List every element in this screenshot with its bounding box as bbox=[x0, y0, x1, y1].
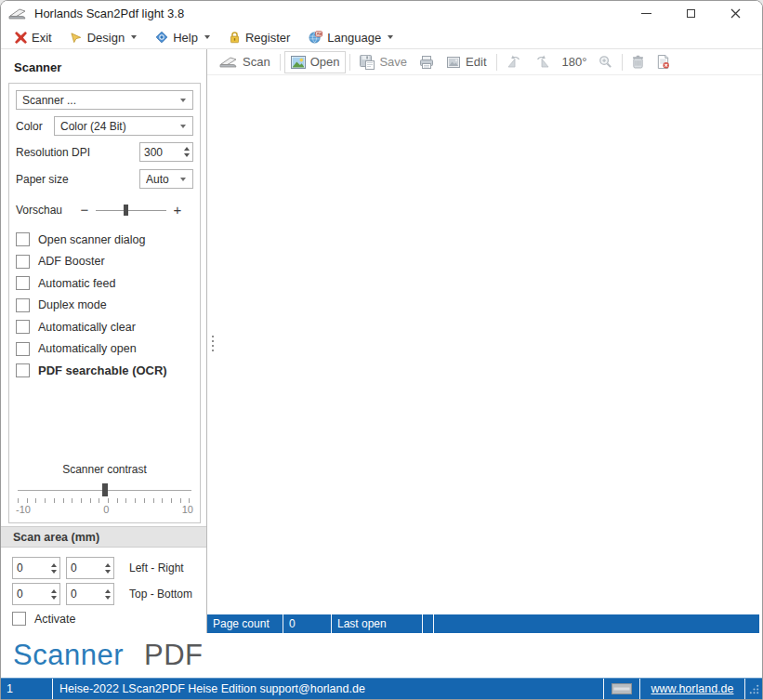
spin-down-icon[interactable] bbox=[51, 570, 57, 574]
right-input[interactable] bbox=[67, 558, 101, 578]
title-bar: Horlands Scan2Pdf light 3.8 bbox=[1, 1, 762, 26]
spin-up-icon[interactable] bbox=[184, 147, 190, 151]
options-checkbox-list: Open scanner dialog ADF Booster Automati… bbox=[16, 232, 193, 377]
menu-exit[interactable]: Exit bbox=[8, 29, 59, 46]
resize-grip[interactable] bbox=[744, 679, 762, 699]
preview-minus-button[interactable]: − bbox=[77, 204, 92, 217]
chevron-down-icon bbox=[180, 99, 186, 102]
rotate-180-button[interactable]: 180° bbox=[557, 52, 593, 72]
link-label[interactable]: www.horland.de bbox=[651, 682, 734, 695]
save-button-label: Save bbox=[379, 55, 407, 69]
preview-row: Vorschau − + bbox=[16, 204, 193, 217]
scan-button[interactable]: Scan bbox=[214, 52, 276, 72]
menu-design[interactable]: Design bbox=[64, 29, 143, 46]
paper-size-select[interactable]: Auto bbox=[139, 169, 193, 189]
page-info-bar: Page count 0 Last open bbox=[207, 614, 759, 633]
checkbox-box[interactable] bbox=[16, 298, 30, 312]
stepper-arrows bbox=[47, 584, 59, 604]
language-flag-button[interactable] bbox=[603, 679, 640, 699]
contrast-slider[interactable] bbox=[18, 483, 191, 497]
menu-design-label: Design bbox=[87, 31, 125, 45]
preview-slider[interactable] bbox=[96, 204, 166, 217]
checkbox-adf-booster[interactable]: ADF Booster bbox=[16, 255, 193, 269]
checkbox-label: Duplex mode bbox=[38, 298, 107, 311]
save-icon bbox=[360, 55, 375, 70]
print-button[interactable] bbox=[414, 52, 440, 73]
spin-down-icon[interactable] bbox=[184, 153, 190, 157]
slider-track bbox=[96, 210, 166, 211]
spin-down-icon[interactable] bbox=[105, 570, 111, 574]
window-controls bbox=[639, 7, 753, 20]
checkbox-box[interactable] bbox=[16, 276, 30, 290]
app-window: Horlands Scan2Pdf light 3.8 Exit Design bbox=[0, 0, 763, 700]
checkbox-box[interactable] bbox=[16, 342, 30, 356]
spin-up-icon[interactable] bbox=[51, 563, 57, 567]
paper-size-label: Paper size bbox=[16, 173, 139, 186]
edit-button-label: Edit bbox=[466, 55, 486, 69]
checkbox-box[interactable] bbox=[16, 363, 30, 377]
spin-up-icon[interactable] bbox=[105, 589, 111, 593]
edit-image-icon bbox=[446, 55, 461, 70]
close-button[interactable] bbox=[729, 7, 742, 20]
slider-handle[interactable] bbox=[124, 205, 128, 216]
checkbox-duplex-mode[interactable]: Duplex mode bbox=[16, 298, 193, 312]
checkbox-automatically-open[interactable]: Automatically open bbox=[16, 342, 193, 356]
top-input[interactable] bbox=[13, 584, 47, 604]
resolution-input[interactable] bbox=[140, 143, 180, 161]
bottom-input[interactable] bbox=[67, 584, 101, 604]
menu-register[interactable]: Register bbox=[222, 29, 296, 46]
title-left: Horlands Scan2Pdf light 3.8 bbox=[8, 7, 639, 20]
checkbox-automatically-clear[interactable]: Automatically clear bbox=[16, 320, 193, 334]
chevron-down-icon bbox=[204, 35, 210, 39]
save-button[interactable]: Save bbox=[354, 52, 413, 73]
checkbox-box[interactable] bbox=[16, 255, 30, 269]
edit-button[interactable]: Edit bbox=[441, 52, 492, 73]
checkbox-open-scanner-dialog[interactable]: Open scanner dialog bbox=[16, 232, 193, 246]
checkbox-box[interactable] bbox=[16, 232, 30, 246]
status-edition-info: Heise-2022 LScan2PDF Heise Edition suppo… bbox=[53, 679, 603, 699]
panel-splitter[interactable] bbox=[212, 336, 214, 351]
clear-document-button[interactable] bbox=[651, 52, 676, 72]
spin-up-icon[interactable] bbox=[51, 589, 57, 593]
slider-handle[interactable] bbox=[102, 483, 108, 496]
maximize-button[interactable] bbox=[684, 7, 697, 20]
preview-plus-button[interactable]: + bbox=[170, 204, 185, 217]
scanner-select[interactable]: Scanner ... bbox=[16, 90, 193, 110]
checkbox-activate[interactable]: Activate bbox=[12, 612, 199, 626]
page-count-value: 0 bbox=[283, 614, 332, 633]
left-stepper bbox=[12, 557, 60, 579]
checkbox-box[interactable] bbox=[16, 320, 30, 334]
scanner-select-value: Scanner ... bbox=[22, 94, 178, 107]
status-bar: 1 Heise-2022 LScan2PDF Heise Edition sup… bbox=[1, 678, 762, 699]
spin-down-icon[interactable] bbox=[105, 596, 111, 600]
color-select[interactable]: Color (24 Bit) bbox=[54, 116, 193, 136]
contrast-tick-labels: -10 0 10 bbox=[16, 504, 193, 515]
checkbox-box[interactable] bbox=[12, 612, 26, 626]
rotate-left-button[interactable] bbox=[501, 52, 528, 72]
brand-strip: Scanner PDF bbox=[1, 633, 762, 678]
minimize-button[interactable] bbox=[639, 7, 652, 20]
resolution-row: Resolution DPI bbox=[16, 142, 193, 162]
delete-button[interactable] bbox=[626, 52, 650, 72]
rotate-right-button[interactable] bbox=[529, 52, 556, 72]
spin-up-icon[interactable] bbox=[105, 563, 111, 567]
logo-pdf-text: PDF bbox=[144, 639, 204, 672]
menu-help[interactable]: Help bbox=[149, 29, 217, 46]
scan-area-top-bottom-row: Top - Bottom bbox=[12, 583, 199, 605]
zoom-button[interactable] bbox=[593, 52, 618, 72]
left-input[interactable] bbox=[13, 558, 47, 578]
spin-down-icon[interactable] bbox=[51, 596, 57, 600]
tick-label-mid: 0 bbox=[103, 504, 109, 515]
document-preview-area[interactable] bbox=[207, 75, 762, 614]
lock-icon bbox=[229, 31, 241, 44]
checkbox-automatic-feed[interactable]: Automatic feed bbox=[16, 276, 193, 290]
checkbox-pdf-searchable-ocr[interactable]: PDF searchable (OCR) bbox=[16, 363, 193, 377]
rotate-right-icon bbox=[534, 55, 550, 69]
menu-language[interactable]: Language bbox=[302, 29, 400, 46]
horland-website-link[interactable]: www.horland.de bbox=[640, 679, 744, 699]
open-button[interactable]: Open bbox=[284, 51, 347, 73]
scanner-contrast-block: Scanner contrast -10 0 10 bbox=[16, 463, 193, 515]
scan-area-header: Scan area (mm) bbox=[1, 526, 206, 548]
preview-label: Vorschau bbox=[16, 204, 77, 217]
checkbox-label: Automatic feed bbox=[38, 277, 115, 290]
